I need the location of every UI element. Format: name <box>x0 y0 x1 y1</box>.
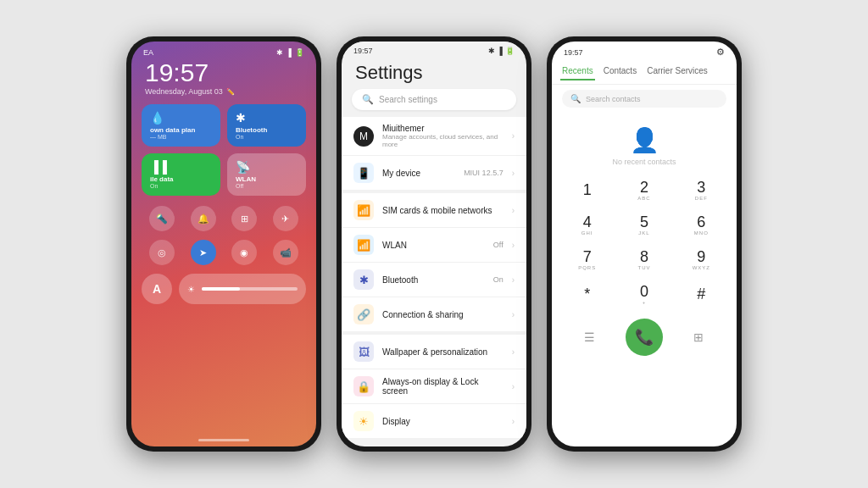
device-text: My device <box>382 169 455 178</box>
display-chevron-icon: › <box>512 417 515 426</box>
home-indicator[interactable] <box>198 439 249 441</box>
date-display: Wednesday, August 03 ✏️ <box>131 87 316 96</box>
key-3[interactable]: 3 DEF <box>673 173 730 208</box>
empty-contacts-icon: 👤 <box>630 126 659 154</box>
key-0[interactable]: 0 + <box>615 277 672 312</box>
wallpaper-item[interactable]: 🖼 Wallpaper & personalization › <box>342 335 526 369</box>
conn-chevron-icon: › <box>512 310 515 319</box>
key-1[interactable]: 1 <box>559 173 615 208</box>
tab-recents[interactable]: Recents <box>560 63 595 80</box>
my-device-item[interactable]: 📱 My device MIUI 12.5.7 › <box>342 156 526 190</box>
status-bar-2: 19:57 ✱ ▐ 🔋 <box>342 42 526 57</box>
settings-section-display: 🖼 Wallpaper & personalization › 🔒 Always… <box>342 335 526 438</box>
dialpad: 1 2 ABC 3 DEF 4 GHI 5 JKL 6 MNO <box>552 173 737 312</box>
settings-section-account: M Miuithemer Manage accounts, cloud serv… <box>342 117 526 190</box>
tab-contacts[interactable]: Contacts <box>602 63 638 80</box>
wlan-tile-icon: 📡 <box>236 160 298 174</box>
dialer-tabs: Recents Contacts Carrier Services <box>552 59 737 85</box>
aod-item[interactable]: 🔒 Always-on display & Lock screen › <box>342 369 526 404</box>
chevron-right-icon: › <box>512 131 515 141</box>
data-tile-label: own data plan <box>150 126 212 134</box>
settings-search-bar[interactable]: 🔍 Search settings <box>352 89 516 110</box>
status-bar-3: 19:57 ⚙ <box>552 42 737 59</box>
settings-gear-icon[interactable]: ⚙ <box>716 47 725 58</box>
wallpaper-icon: 🖼 <box>353 341 374 362</box>
screen-record-btn[interactable]: ⊞ <box>231 206 257 231</box>
hotspot-btn[interactable]: ◉ <box>231 240 257 265</box>
status-left: EA <box>143 48 153 57</box>
data-plan-tile[interactable]: 💧 own data plan — MB <box>142 104 220 147</box>
phone-settings: 19:57 ✱ ▐ 🔋 Settings 🔍 Search settings M… <box>337 36 531 452</box>
quick-icons-row2: ◎ ➤ ◉ 📹 <box>131 236 316 269</box>
key-7[interactable]: 7 PQRS <box>559 242 615 277</box>
brightness-slider[interactable]: ☀ <box>179 274 306 304</box>
key-9[interactable]: 9 WXYZ <box>673 242 730 277</box>
mobile-icon: ▐▐ <box>150 160 212 174</box>
keypad-toggle-icon[interactable]: ⊞ <box>686 324 711 350</box>
display-item[interactable]: ☀ Display › <box>342 404 526 438</box>
settings-title: Settings <box>342 57 526 89</box>
bluetooth-icon: ✱ <box>353 269 374 290</box>
bottom-controls: A ☀ <box>131 269 316 309</box>
flashlight-btn[interactable]: 🔦 <box>149 206 175 231</box>
slider-fill <box>202 287 240 291</box>
brightness-icon: ☀ <box>187 285 195 294</box>
no-recents-area: 👤 No recent contacts <box>552 113 737 173</box>
slider-track <box>202 287 298 291</box>
call-button[interactable]: 📞 <box>626 319 663 356</box>
device-chevron-icon: › <box>512 169 515 178</box>
sim-icon: 📶 <box>353 200 374 220</box>
contacts-search-bar[interactable]: 🔍 Search contacts <box>562 90 726 108</box>
search-icon: 🔍 <box>362 94 374 105</box>
bt-text: Bluetooth <box>382 275 485 285</box>
bluetooth-item[interactable]: ✱ Bluetooth On › <box>342 263 526 297</box>
p2-status-icons: ✱ ▐ 🔋 <box>488 47 515 55</box>
p2-time: 19:57 <box>353 47 373 55</box>
aod-chevron-icon: › <box>512 382 515 391</box>
bluetooth-tile[interactable]: ✱ Bluetooth On <box>227 104 306 147</box>
menu-icon[interactable]: ☰ <box>577 324 603 350</box>
brightness-btn[interactable]: ◎ <box>149 240 175 265</box>
device-icon: 📱 <box>353 163 374 183</box>
settings-section-connectivity: 📶 SIM cards & mobile networks › 📶 WLAN O… <box>342 193 526 331</box>
contacts-search-placeholder: Search contacts <box>586 95 641 103</box>
mobile-tile-sub: On <box>150 183 212 189</box>
clock-display: 19:57 <box>131 57 316 87</box>
wlan-item[interactable]: 📶 WLAN Off › <box>342 228 526 263</box>
connection-icon: 🔗 <box>353 304 374 324</box>
key-star[interactable]: * <box>559 277 615 312</box>
battery-icon: 🔋 <box>295 48 304 57</box>
data-icon: 💧 <box>150 111 212 125</box>
sim-chevron-icon: › <box>512 206 515 215</box>
key-4[interactable]: 4 GHI <box>559 208 615 242</box>
tab-carrier[interactable]: Carrier Services <box>645 63 709 80</box>
sim-item[interactable]: 📶 SIM cards & mobile networks › <box>342 193 526 228</box>
airplane-btn[interactable]: ✈ <box>273 206 298 231</box>
key-8[interactable]: 8 TUV <box>615 242 672 277</box>
miuithemer-item[interactable]: M Miuithemer Manage accounts, cloud serv… <box>342 117 526 156</box>
data-tile-sub: — MB <box>150 134 212 140</box>
camera-btn[interactable]: 📹 <box>273 240 298 265</box>
assistant-button[interactable]: A <box>142 274 172 304</box>
wlan-icon: 📶 <box>353 235 374 255</box>
aod-text: Always-on display & Lock screen <box>382 377 504 396</box>
bluetooth-status-icon: ✱ <box>276 48 283 57</box>
connection-sharing-item[interactable]: 🔗 Connection & sharing › <box>342 297 526 331</box>
mobile-data-tile[interactable]: ▐▐ ile data On <box>142 153 220 196</box>
miui-icon: M <box>353 126 374 147</box>
phone3-screen: 19:57 ⚙ Recents Contacts Carrier Service… <box>552 42 737 446</box>
wlan-tile[interactable]: 📡 WLAN Off <box>227 153 306 196</box>
key-6[interactable]: 6 MNO <box>673 208 730 242</box>
key-5[interactable]: 5 JKL <box>615 208 672 242</box>
p2-bt-icon: ✱ <box>488 47 495 55</box>
key-hash[interactable]: # <box>673 277 730 312</box>
key-2[interactable]: 2 ABC <box>615 173 672 208</box>
edit-icon: ✏️ <box>226 88 235 96</box>
p3-time: 19:57 <box>564 48 583 57</box>
bt-tile-label: Bluetooth <box>236 126 298 134</box>
location-btn[interactable]: ➤ <box>191 240 216 265</box>
display-text: Display <box>382 417 504 426</box>
display-icon: ☀ <box>353 411 374 431</box>
bt-tile-icon: ✱ <box>236 111 298 125</box>
bell-btn[interactable]: 🔔 <box>191 206 216 231</box>
